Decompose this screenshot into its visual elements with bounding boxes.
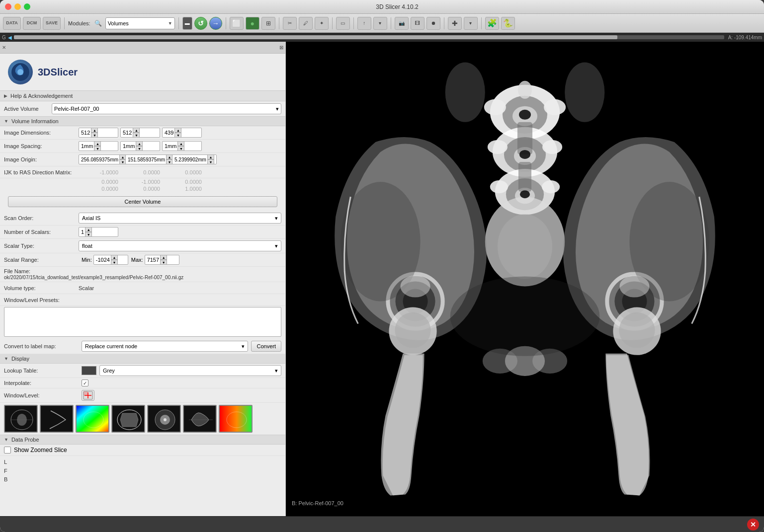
data-icon[interactable]: DATA — [3, 17, 21, 30]
interpolate-checkbox[interactable]: ✓ — [82, 380, 88, 386]
save-icon[interactable]: SAVE — [43, 17, 61, 30]
minimize-button[interactable] — [14, 3, 21, 10]
plus-dropdown-icon[interactable]: ▾ — [464, 17, 478, 30]
num-scalars-down[interactable]: ▼ — [85, 232, 92, 237]
dim-x-up[interactable]: ▲ — [91, 128, 98, 133]
panel-header: ✕ ⊠ — [0, 42, 285, 54]
record-icon[interactable]: ⏺ — [426, 17, 440, 30]
scissors-icon[interactable]: ✂ — [283, 17, 297, 30]
dim-x-input[interactable]: 512 ▲ ▼ — [79, 128, 118, 138]
thumb-2[interactable] — [40, 405, 74, 433]
thumb-6[interactable] — [183, 405, 217, 433]
scalar-max-up[interactable]: ▲ — [160, 255, 167, 260]
volume-info-title: Volume Information — [11, 118, 59, 124]
svg-point-33 — [488, 140, 508, 154]
cube-icon[interactable]: ⬜ — [230, 17, 244, 30]
arrow-dropdown-icon[interactable]: ▾ — [373, 17, 387, 30]
dim-y-input[interactable]: 512 ▲ ▼ — [120, 128, 160, 138]
thumb-1[interactable] — [4, 405, 38, 433]
close-button[interactable] — [5, 3, 11, 10]
scalar-min-up[interactable]: ▲ — [111, 255, 118, 260]
spacing-z-input[interactable]: 1mm ▲ ▼ — [162, 141, 202, 151]
spacing-x-input[interactable]: 1mm ▲ ▼ — [79, 141, 118, 151]
svg-rect-58 — [517, 122, 532, 154]
data-probe-header[interactable]: ▼ Data Probe — [0, 435, 285, 445]
grid-icon[interactable]: ⊞ — [261, 17, 275, 30]
dim-z-input[interactable]: 439 ▲ ▼ — [162, 128, 202, 138]
dim-x-down[interactable]: ▼ — [91, 133, 98, 138]
convert-button[interactable]: Convert — [251, 341, 281, 352]
active-volume-dropdown[interactable]: Pelvic-Ref-007_00 ▾ — [52, 103, 281, 114]
arrow-up-icon[interactable]: ↑ — [357, 17, 371, 30]
thumbnail-strip — [0, 403, 285, 435]
camera-icon[interactable]: 📷 — [395, 17, 409, 30]
film-icon[interactable]: 🎞 — [411, 17, 424, 30]
bottom-close-button[interactable]: ✕ — [747, 519, 759, 531]
paint-icon[interactable]: 🖊 — [299, 17, 313, 30]
sep-5 — [332, 17, 333, 29]
show-zoomed-checkbox[interactable] — [4, 447, 11, 454]
forward-btn[interactable]: → — [209, 17, 222, 30]
scalar-type-dropdown[interactable]: float ▾ — [79, 240, 281, 251]
dim-z-down[interactable]: ▼ — [174, 133, 181, 138]
num-scalars-input[interactable]: 1 ▲ ▼ — [79, 227, 118, 237]
window-icon[interactable]: ▭ — [336, 17, 350, 30]
panel-resize-icon[interactable]: ⊠ — [279, 45, 283, 50]
dcm-icon[interactable]: DCM — [23, 17, 41, 30]
origin-y-input[interactable]: 151.5859375mm ▲ ▼ — [125, 154, 170, 164]
num-scalars-up[interactable]: ▲ — [85, 227, 92, 232]
scalar-range-label: Scalar Range: — [4, 257, 79, 263]
sep-2 — [178, 17, 179, 29]
center-vol-container: Center Volume — [0, 192, 285, 211]
rect-icon[interactable]: ▬ — [182, 17, 192, 30]
thumb-4[interactable] — [111, 405, 145, 433]
convert-to-dropdown[interactable]: Replace current node ▾ — [82, 341, 248, 352]
wl-row: Window/Level: — [0, 388, 285, 403]
origin-z-up[interactable]: ▲ — [207, 154, 214, 159]
dim-y-up[interactable]: ▲ — [133, 128, 140, 133]
scalar-min-input[interactable]: -1024 ▲ ▼ — [93, 255, 128, 265]
help-section-header[interactable]: ▶ Help & Acknowledgement — [0, 91, 285, 101]
thumb-7[interactable] — [219, 405, 253, 433]
dim-y-down[interactable]: ▼ — [133, 133, 140, 138]
scalar-max-down[interactable]: ▼ — [160, 260, 167, 265]
origin-z-down[interactable]: ▼ — [207, 159, 214, 164]
modules-search-icon[interactable]: 🔍 — [93, 18, 103, 28]
volume-info-header[interactable]: ▼ Volume Information — [0, 117, 285, 126]
spacing-z-down[interactable]: ▼ — [177, 146, 184, 151]
extensions-icon[interactable]: 🧩 — [485, 17, 499, 30]
spacing-x-down[interactable]: ▼ — [94, 146, 101, 151]
origin-x-input[interactable]: 256.0859375mm ▲ ▼ — [79, 154, 123, 164]
spacing-z-up[interactable]: ▲ — [177, 141, 184, 146]
file-name-value: ok/2020/07/15/tcia_download_test/example… — [4, 275, 281, 280]
maximize-button[interactable] — [24, 3, 30, 10]
dim-z-up[interactable]: ▲ — [174, 128, 181, 133]
wl-icon[interactable] — [82, 390, 94, 401]
scan-order-dropdown[interactable]: Axial IS ▾ — [79, 213, 281, 224]
plus-icon[interactable]: ✚ — [448, 17, 462, 30]
modules-dropdown[interactable]: Volumes ▼ — [105, 17, 175, 29]
image-spacing-row: Image Spacing: 1mm ▲ ▼ 1mm ▲ ▼ — [0, 140, 285, 153]
spacing-y-input[interactable]: 1mm ▲ ▼ — [120, 141, 160, 151]
center-volume-button[interactable]: Center Volume — [8, 196, 277, 207]
spacing-x-up[interactable]: ▲ — [94, 141, 101, 146]
thumb-5[interactable] — [147, 405, 181, 433]
sphere-icon[interactable]: ● — [246, 17, 259, 30]
green-circle-btn[interactable]: ↺ — [194, 17, 207, 30]
scalar-max-input[interactable]: 7157 ▲ ▼ — [145, 255, 179, 265]
lookup-table-dropdown[interactable]: Grey ▾ — [99, 365, 281, 376]
convert-dropdown-arrow-icon: ▾ — [242, 343, 245, 350]
scalar-min-down[interactable]: ▼ — [111, 260, 118, 265]
spacing-y-up[interactable]: ▲ — [136, 141, 143, 146]
panel-close-icon[interactable]: ✕ — [2, 45, 6, 50]
probe-b-label: B — [4, 475, 281, 484]
display-header[interactable]: ▼ Display — [0, 354, 285, 364]
spacing-y-down[interactable]: ▼ — [136, 146, 143, 151]
wand-icon[interactable]: ✦ — [315, 17, 329, 30]
ruler-bar-fill — [14, 35, 618, 39]
python-icon[interactable]: 🐍 — [501, 17, 515, 30]
thumb-3[interactable] — [76, 405, 109, 433]
sep-6 — [353, 17, 354, 29]
scalar-range-min-group: Min: -1024 ▲ ▼ — [82, 255, 128, 265]
origin-z-input[interactable]: 5.2399902mm ▲ ▼ — [172, 154, 217, 164]
